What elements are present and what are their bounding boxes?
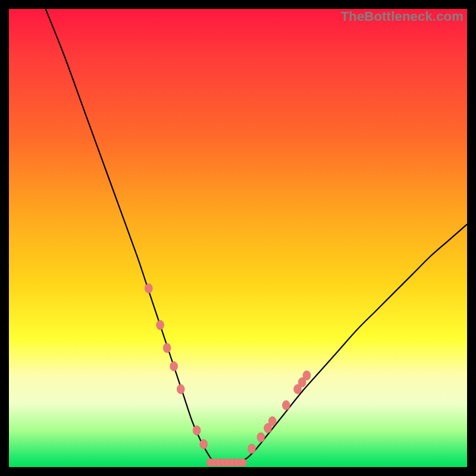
- chart-stage: TheBottleneck.com: [0, 0, 476, 476]
- marker-left-6: [200, 440, 208, 449]
- marker-left-5: [193, 425, 201, 435]
- curve-right: [238, 224, 467, 462]
- plot-area: TheBottleneck.com: [9, 9, 467, 467]
- marker-left-1: [156, 320, 164, 330]
- curve-left: [46, 9, 215, 462]
- marker-right-1: [257, 433, 265, 442]
- marker-right-3: [268, 416, 276, 426]
- marker-left-0: [145, 284, 152, 293]
- marker-left-2: [163, 343, 171, 353]
- marker-right-7: [303, 371, 311, 380]
- marker-right-4: [282, 400, 290, 410]
- marker-bottom-7: [239, 459, 247, 466]
- bottleneck-curve: [9, 9, 467, 467]
- marker-left-4: [177, 384, 184, 394]
- marker-left-3: [170, 362, 178, 371]
- marker-right-0: [248, 444, 256, 453]
